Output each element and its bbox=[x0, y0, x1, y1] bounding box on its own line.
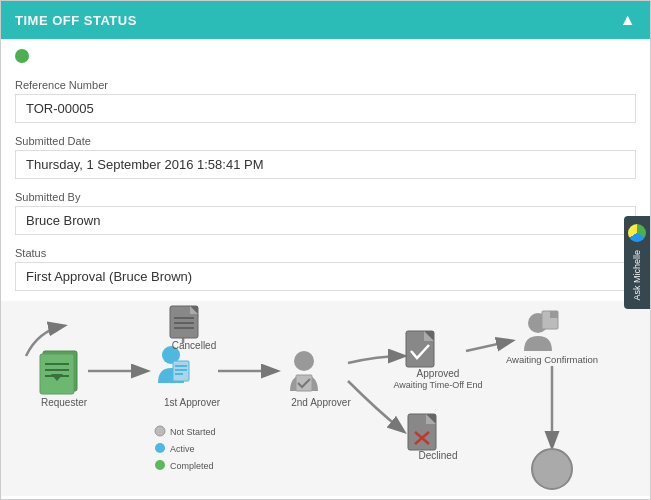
submitted-date-section: Submitted Date Thursday, 1 September 201… bbox=[1, 129, 650, 185]
not-started-legend: Not Started bbox=[170, 427, 216, 437]
reference-value: TOR-00005 bbox=[15, 94, 636, 123]
svg-point-30 bbox=[532, 449, 572, 489]
ask-michelle-button[interactable]: Ask Michelle bbox=[624, 216, 650, 309]
panel-title: TIME OFF STATUS bbox=[15, 13, 137, 28]
status-section: Status First Approval (Bruce Brown) bbox=[1, 241, 650, 297]
submitted-by-label: Submitted By bbox=[15, 191, 636, 203]
completed-legend: Completed bbox=[170, 461, 214, 471]
reference-section: Reference Number TOR-00005 bbox=[1, 73, 650, 129]
reference-label: Reference Number bbox=[15, 79, 636, 91]
submitted-by-value: Bruce Brown bbox=[15, 206, 636, 235]
svg-rect-10 bbox=[175, 365, 187, 367]
collapse-icon[interactable]: ▲ bbox=[620, 11, 636, 29]
svg-point-36 bbox=[155, 426, 165, 436]
awaiting-confirmation-label: Awaiting Confirmation bbox=[506, 354, 598, 365]
workflow-diagram: Requester bbox=[1, 301, 650, 496]
status-value: First Approval (Bruce Brown) bbox=[15, 262, 636, 291]
submitted-date-value: Thursday, 1 September 2016 1:58:41 PM bbox=[15, 150, 636, 179]
status-label: Status bbox=[15, 247, 636, 259]
first-approver-label: 1st Approver bbox=[164, 397, 221, 408]
second-approver-label: 2nd Approver bbox=[291, 397, 351, 408]
svg-rect-12 bbox=[175, 373, 183, 375]
time-off-panel: TIME OFF STATUS ▲ Reference Number TOR-0… bbox=[0, 0, 651, 500]
svg-point-20 bbox=[294, 351, 314, 371]
svg-point-38 bbox=[155, 460, 165, 470]
svg-rect-11 bbox=[175, 369, 187, 371]
submitted-by-section: Submitted By Bruce Brown bbox=[1, 185, 650, 241]
michelle-avatar-icon bbox=[628, 224, 646, 242]
approved-label: Approved bbox=[417, 368, 460, 379]
svg-rect-28 bbox=[550, 311, 558, 318]
awaiting-timeoff-label: Awaiting Time-Off End bbox=[393, 380, 482, 390]
status-indicator bbox=[15, 49, 29, 63]
submitted-date-label: Submitted Date bbox=[15, 135, 636, 147]
declined-label: Declined bbox=[419, 450, 458, 461]
workflow-svg: Requester bbox=[1, 301, 650, 496]
svg-point-37 bbox=[155, 443, 165, 453]
active-legend: Active bbox=[170, 444, 195, 454]
ask-michelle-label: Ask Michelle bbox=[632, 250, 642, 301]
requester-label: Requester bbox=[41, 397, 88, 408]
cancelled-label: Cancelled bbox=[172, 340, 216, 351]
panel-header: TIME OFF STATUS ▲ bbox=[1, 1, 650, 39]
main-container: TIME OFF STATUS ▲ Reference Number TOR-0… bbox=[0, 0, 651, 500]
